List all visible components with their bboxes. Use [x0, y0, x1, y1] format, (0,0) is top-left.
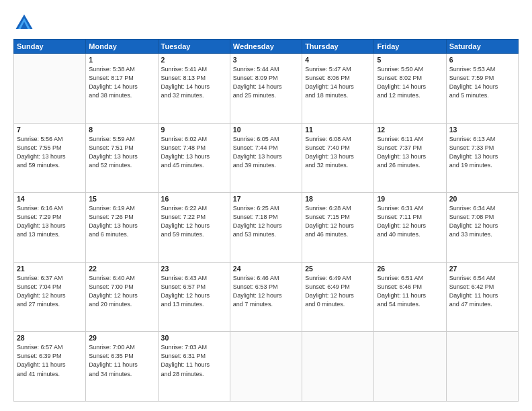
calendar-day: 16Sunrise: 6:22 AM Sunset: 7:22 PM Dayli…: [158, 193, 230, 263]
day-info: Sunrise: 6:40 AM Sunset: 7:00 PM Dayligh…: [89, 274, 154, 309]
day-number: 16: [161, 195, 227, 203]
day-number: 23: [161, 265, 227, 273]
day-info: Sunrise: 6:51 AM Sunset: 6:46 PM Dayligh…: [377, 274, 443, 309]
day-number: 5: [377, 56, 443, 64]
col-tuesday: Tuesday: [158, 40, 230, 54]
day-number: 2: [161, 56, 227, 64]
day-number: 1: [89, 56, 154, 64]
day-info: Sunrise: 5:50 AM Sunset: 8:02 PM Dayligh…: [377, 65, 443, 100]
calendar-week-3: 14Sunrise: 6:16 AM Sunset: 7:29 PM Dayli…: [14, 193, 519, 263]
col-friday: Friday: [374, 40, 446, 54]
day-number: 4: [305, 56, 371, 64]
day-info: Sunrise: 6:43 AM Sunset: 6:57 PM Dayligh…: [161, 274, 227, 309]
day-info: Sunrise: 6:28 AM Sunset: 7:15 PM Dayligh…: [305, 204, 371, 239]
calendar-day: 13Sunrise: 6:13 AM Sunset: 7:33 PM Dayli…: [446, 123, 518, 193]
header: [13, 12, 519, 34]
day-info: Sunrise: 6:46 AM Sunset: 6:53 PM Dayligh…: [233, 274, 299, 309]
day-info: Sunrise: 5:53 AM Sunset: 7:59 PM Dayligh…: [449, 65, 515, 100]
day-number: 12: [377, 126, 443, 134]
day-number: 10: [233, 126, 299, 134]
col-thursday: Thursday: [302, 40, 374, 54]
day-number: 6: [449, 56, 515, 64]
calendar-day: 11Sunrise: 6:08 AM Sunset: 7:40 PM Dayli…: [302, 123, 374, 193]
day-number: 29: [89, 334, 154, 342]
calendar-day: 12Sunrise: 6:11 AM Sunset: 7:37 PM Dayli…: [374, 123, 446, 193]
calendar-week-1: 1Sunrise: 5:38 AM Sunset: 8:17 PM Daylig…: [14, 54, 519, 124]
day-number: 20: [449, 195, 515, 203]
logo: [13, 12, 38, 34]
calendar-day: 2Sunrise: 5:41 AM Sunset: 8:13 PM Daylig…: [158, 54, 230, 124]
page: Sunday Monday Tuesday Wednesday Thursday…: [0, 0, 532, 411]
day-info: Sunrise: 5:59 AM Sunset: 7:51 PM Dayligh…: [89, 135, 154, 170]
day-info: Sunrise: 6:34 AM Sunset: 7:08 PM Dayligh…: [449, 204, 515, 239]
calendar-day: 7Sunrise: 5:56 AM Sunset: 7:55 PM Daylig…: [14, 123, 86, 193]
day-number: 17: [233, 195, 299, 203]
day-info: Sunrise: 6:22 AM Sunset: 7:22 PM Dayligh…: [161, 204, 227, 239]
calendar-day: 14Sunrise: 6:16 AM Sunset: 7:29 PM Dayli…: [14, 193, 86, 263]
calendar-day: 4Sunrise: 5:47 AM Sunset: 8:06 PM Daylig…: [302, 54, 374, 124]
calendar-day: [374, 332, 446, 402]
day-number: 15: [89, 195, 154, 203]
day-info: Sunrise: 5:56 AM Sunset: 7:55 PM Dayligh…: [17, 135, 83, 170]
calendar-day: 22Sunrise: 6:40 AM Sunset: 7:00 PM Dayli…: [86, 262, 158, 332]
calendar-day: 19Sunrise: 6:31 AM Sunset: 7:11 PM Dayli…: [374, 193, 446, 263]
day-info: Sunrise: 5:47 AM Sunset: 8:06 PM Dayligh…: [305, 65, 371, 100]
day-number: 7: [17, 126, 83, 134]
day-info: Sunrise: 6:19 AM Sunset: 7:26 PM Dayligh…: [89, 204, 154, 239]
day-number: 28: [17, 334, 83, 342]
calendar-day: 23Sunrise: 6:43 AM Sunset: 6:57 PM Dayli…: [158, 262, 230, 332]
day-info: Sunrise: 5:41 AM Sunset: 8:13 PM Dayligh…: [161, 65, 227, 100]
day-info: Sunrise: 6:08 AM Sunset: 7:40 PM Dayligh…: [305, 135, 371, 170]
calendar-day: 18Sunrise: 6:28 AM Sunset: 7:15 PM Dayli…: [302, 193, 374, 263]
calendar-day: 30Sunrise: 7:03 AM Sunset: 6:31 PM Dayli…: [158, 332, 230, 402]
day-number: 26: [377, 265, 443, 273]
col-sunday: Sunday: [14, 40, 86, 54]
day-info: Sunrise: 7:00 AM Sunset: 6:35 PM Dayligh…: [89, 343, 154, 378]
day-info: Sunrise: 6:11 AM Sunset: 7:37 PM Dayligh…: [377, 135, 443, 170]
day-number: 30: [161, 334, 227, 342]
day-number: 8: [89, 126, 154, 134]
col-saturday: Saturday: [446, 40, 518, 54]
calendar-day: [302, 332, 374, 402]
calendar-week-4: 21Sunrise: 6:37 AM Sunset: 7:04 PM Dayli…: [14, 262, 519, 332]
calendar-day: 26Sunrise: 6:51 AM Sunset: 6:46 PM Dayli…: [374, 262, 446, 332]
calendar-day: 1Sunrise: 5:38 AM Sunset: 8:17 PM Daylig…: [86, 54, 158, 124]
logo-icon: [13, 12, 35, 34]
day-info: Sunrise: 6:05 AM Sunset: 7:44 PM Dayligh…: [233, 135, 299, 170]
day-info: Sunrise: 7:03 AM Sunset: 6:31 PM Dayligh…: [161, 343, 227, 378]
calendar-day: 8Sunrise: 5:59 AM Sunset: 7:51 PM Daylig…: [86, 123, 158, 193]
day-number: 27: [449, 265, 515, 273]
day-info: Sunrise: 6:25 AM Sunset: 7:18 PM Dayligh…: [233, 204, 299, 239]
calendar-day: 25Sunrise: 6:49 AM Sunset: 6:49 PM Dayli…: [302, 262, 374, 332]
calendar-day: [446, 332, 518, 402]
calendar-day: 3Sunrise: 5:44 AM Sunset: 8:09 PM Daylig…: [230, 54, 302, 124]
calendar-day: 6Sunrise: 5:53 AM Sunset: 7:59 PM Daylig…: [446, 54, 518, 124]
calendar-day: 5Sunrise: 5:50 AM Sunset: 8:02 PM Daylig…: [374, 54, 446, 124]
calendar-day: 17Sunrise: 6:25 AM Sunset: 7:18 PM Dayli…: [230, 193, 302, 263]
col-wednesday: Wednesday: [230, 40, 302, 54]
calendar-day: 10Sunrise: 6:05 AM Sunset: 7:44 PM Dayli…: [230, 123, 302, 193]
day-info: Sunrise: 6:37 AM Sunset: 7:04 PM Dayligh…: [17, 274, 83, 309]
day-info: Sunrise: 5:44 AM Sunset: 8:09 PM Dayligh…: [233, 65, 299, 100]
day-number: 11: [305, 126, 371, 134]
day-info: Sunrise: 6:49 AM Sunset: 6:49 PM Dayligh…: [305, 274, 371, 309]
calendar-day: 9Sunrise: 6:02 AM Sunset: 7:48 PM Daylig…: [158, 123, 230, 193]
day-number: 18: [305, 195, 371, 203]
calendar-day: [14, 54, 86, 124]
calendar-week-2: 7Sunrise: 5:56 AM Sunset: 7:55 PM Daylig…: [14, 123, 519, 193]
calendar-day: 24Sunrise: 6:46 AM Sunset: 6:53 PM Dayli…: [230, 262, 302, 332]
calendar-day: 15Sunrise: 6:19 AM Sunset: 7:26 PM Dayli…: [86, 193, 158, 263]
day-number: 22: [89, 265, 154, 273]
day-number: 21: [17, 265, 83, 273]
day-number: 9: [161, 126, 227, 134]
calendar-day: 20Sunrise: 6:34 AM Sunset: 7:08 PM Dayli…: [446, 193, 518, 263]
calendar-day: 28Sunrise: 6:57 AM Sunset: 6:39 PM Dayli…: [14, 332, 86, 402]
calendar-day: 21Sunrise: 6:37 AM Sunset: 7:04 PM Dayli…: [14, 262, 86, 332]
day-number: 19: [377, 195, 443, 203]
header-row: Sunday Monday Tuesday Wednesday Thursday…: [14, 40, 519, 54]
day-info: Sunrise: 6:57 AM Sunset: 6:39 PM Dayligh…: [17, 343, 83, 378]
day-number: 13: [449, 126, 515, 134]
calendar-day: 27Sunrise: 6:54 AM Sunset: 6:42 PM Dayli…: [446, 262, 518, 332]
day-info: Sunrise: 6:31 AM Sunset: 7:11 PM Dayligh…: [377, 204, 443, 239]
day-info: Sunrise: 6:13 AM Sunset: 7:33 PM Dayligh…: [449, 135, 515, 170]
